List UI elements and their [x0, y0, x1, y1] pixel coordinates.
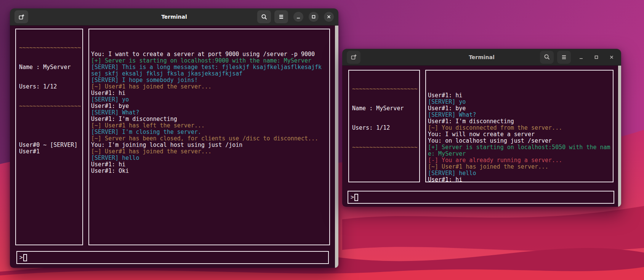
hamburger-menu-icon — [278, 14, 284, 19]
chat-message: [+] Server is starting on localhost:9000… — [91, 58, 328, 64]
chat-message: [~] User#1 has left the server... — [91, 122, 328, 129]
chat-message: User#1: hi — [428, 92, 611, 99]
chat-message: You: I want to create a server at port 9… — [91, 51, 328, 58]
chat-message: User#1: hi — [428, 177, 611, 182]
titlebar[interactable]: Terminal — [342, 49, 621, 66]
new-tab-button[interactable] — [14, 10, 28, 23]
chat-log-panel: User#1: hi[SERVER] yoUser#1: bye[SERVER]… — [425, 70, 614, 182]
chat-input[interactable]: > — [16, 251, 329, 264]
maximize-icon — [311, 14, 316, 19]
hamburger-menu-icon — [561, 55, 567, 60]
chat-message: [SERVER] hello — [428, 170, 611, 177]
chat-message: User#1: I'm disconnecting — [428, 118, 611, 125]
server-name: Name : MyServer — [19, 64, 81, 71]
chat-input[interactable]: > — [348, 191, 614, 204]
server-info-panel: ~~~~~~~~~~~~~~~~~~~~~~ Name : MyServer U… — [15, 29, 83, 245]
chat-message: User#1: I'm disconnecting — [91, 116, 328, 122]
chat-message: User#1: hi — [91, 161, 328, 168]
minimize-icon — [579, 55, 583, 60]
chat-message: You: on localhost using just /server — [428, 138, 611, 144]
minimize-icon — [296, 14, 301, 19]
search-button[interactable] — [540, 51, 554, 64]
sidebar-divider: ~~~~~~~~~~~~~~~~~~~~~~ — [19, 45, 81, 51]
chat-message: User#1: Oki — [91, 168, 328, 174]
chat-message: [SERVER] hello — [91, 155, 328, 161]
menu-button[interactable] — [557, 51, 571, 64]
new-tab-icon — [18, 14, 25, 20]
member-list: User#0 ~ [SERVER]User#1 — [19, 122, 81, 155]
maximize-icon — [594, 55, 599, 60]
chat-message: User#1: bye — [91, 103, 328, 109]
close-icon — [609, 55, 614, 60]
chat-message: User#1: hi — [91, 90, 328, 97]
minimize-button[interactable] — [293, 12, 303, 22]
close-button[interactable] — [324, 12, 334, 22]
chat-message: [~] You disconnected from the server... — [428, 125, 611, 131]
chat-message: [SERVER] This is a long message test: fj… — [91, 64, 328, 71]
chat-message: [~] User#1 has joined the server... — [91, 84, 328, 90]
chat-message: [SERVER] I hope somebody joins! — [91, 77, 328, 84]
chat-message: You: I'm joining local host using just /… — [91, 142, 328, 148]
maximize-button[interactable] — [591, 52, 601, 62]
terminal-scrollbar[interactable] — [335, 26, 338, 268]
terminal-viewport[interactable]: ~~~~~~~~~~~~~~~~~~~~~~ Name : MyServer U… — [342, 66, 621, 207]
text-cursor — [23, 254, 27, 261]
new-tab-button[interactable] — [347, 51, 360, 64]
search-icon — [261, 14, 268, 20]
text-cursor — [354, 194, 358, 201]
maximize-button[interactable] — [309, 12, 319, 22]
member-item: User#0 ~ [SERVER] — [19, 142, 81, 148]
chat-message: [~] User#1 has joined the server... — [428, 164, 611, 170]
member-list: User#0 ~ [SERVER]User#1 — [352, 164, 418, 182]
chat-message: sej skfj eksalj fklsj fksla jkasjeksajfk… — [91, 71, 328, 77]
server-users-count: Users: 1/12 — [19, 84, 81, 90]
menu-button[interactable] — [274, 10, 288, 23]
terminal-viewport[interactable]: ~~~~~~~~~~~~~~~~~~~~~~ Name : MyServer U… — [10, 26, 338, 268]
sidebar-divider: ~~~~~~~~~~~~~~~~~~~~~~ — [19, 103, 81, 109]
chat-message: [SERVER] What? — [428, 112, 611, 118]
sidebar-divider: ~~~~~~~~~~~~~~~~~~~~~~ — [352, 144, 418, 151]
terminal-window-left: Terminal — [10, 8, 338, 268]
chat-message: [SERVER] What? — [91, 109, 328, 116]
terminal-scrollbar[interactable] — [618, 66, 621, 207]
chat-message: [SERVER] I'm closing the server. — [91, 129, 328, 135]
terminal-window-right: Terminal — [342, 49, 621, 207]
chat-message: User#1: bye — [428, 105, 611, 112]
server-info-panel: ~~~~~~~~~~~~~~~~~~~~~~ Name : MyServer U… — [348, 70, 420, 182]
input-prompt: > — [19, 254, 23, 261]
chat-message: [SERVER] yo — [91, 97, 328, 103]
search-button[interactable] — [257, 10, 271, 23]
server-users-count: Users: 1/12 — [352, 125, 418, 131]
member-item: User#1 — [19, 148, 81, 155]
search-icon — [544, 54, 550, 60]
chat-message: [-] You are already running a server... — [428, 157, 611, 164]
chat-message: [~] Server has been closed, for clients … — [91, 135, 328, 142]
new-tab-icon — [351, 54, 357, 60]
chat-log-panel: You: I want to create a server at port 9… — [88, 29, 330, 245]
server-name: Name : MyServer — [352, 105, 418, 112]
chat-message: e: MyServer — [428, 151, 611, 157]
close-icon — [327, 14, 331, 19]
sidebar-divider: ~~~~~~~~~~~~~~~~~~~~~~ — [352, 86, 418, 92]
titlebar[interactable]: Terminal — [10, 8, 338, 26]
chat-message: [+] Server is starting on localhost:5050… — [428, 144, 611, 151]
close-button[interactable] — [607, 52, 617, 62]
chat-message: You: I will now create a server — [428, 131, 611, 138]
minimize-button[interactable] — [576, 52, 586, 62]
chat-message: [~] User#1 has joined the server... — [91, 148, 328, 155]
chat-message: [SERVER] yo — [428, 99, 611, 105]
input-prompt: > — [351, 194, 354, 201]
